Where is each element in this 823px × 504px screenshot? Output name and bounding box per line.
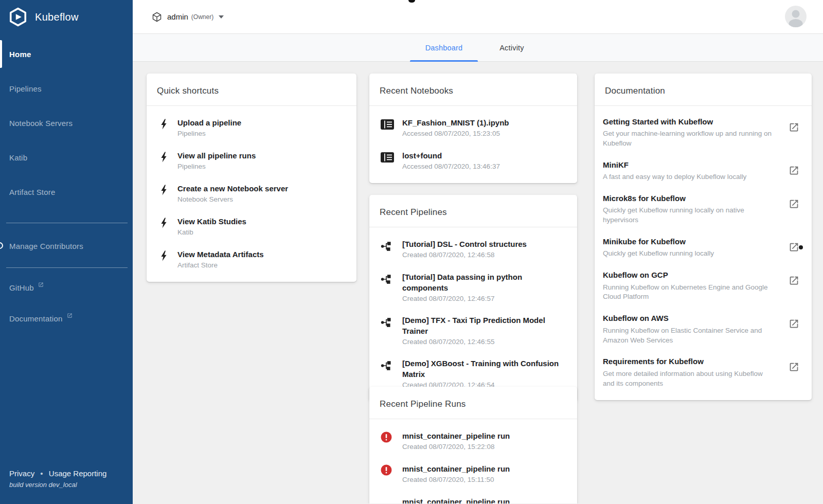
shortcut-view-metadata-artifacts[interactable]: View Metadata Artifacts Artifact Store <box>147 243 356 276</box>
doc-link-gcp[interactable]: Kubeflow on GCP Running Kubeflow on Kube… <box>595 264 812 308</box>
open-in-new-icon <box>789 275 799 286</box>
flash-icon <box>158 250 170 261</box>
sidebar-item-katib[interactable]: Katib <box>0 140 133 175</box>
recent-pipeline-runs-card: Recent Pipeline Runs mnist_container_pip… <box>369 387 577 503</box>
doc-description: A fast and easy way to deploy Kubeflow l… <box>603 172 773 182</box>
pipeline-created: Created 08/07/2020, 12:46:55 <box>402 338 567 346</box>
sidebar-item-notebook-servers[interactable]: Notebook Servers <box>0 106 133 140</box>
doc-description: Get your machine-learning workflow up an… <box>603 129 773 149</box>
kubeflow-logo-icon <box>8 7 28 27</box>
pipeline-run-item[interactable]: mnist_container_pipeline run Created 08/… <box>369 424 577 457</box>
run-title: mnist_container_pipeline run <box>402 430 510 441</box>
pipeline-icon <box>381 241 393 252</box>
doc-title: Getting Started with Kubeflow <box>603 117 773 127</box>
run-created: Created 08/07/2020, 15:22:08 <box>402 443 510 451</box>
pipeline-run-item[interactable]: mnist_container_pipeline run <box>369 490 577 503</box>
doc-link-requirements[interactable]: Requirements for Kubeflow Get more detai… <box>595 351 812 394</box>
run-created: Created 08/07/2020, 15:11:50 <box>402 476 510 483</box>
recent-pipelines-card: Recent Pipelines [Tutorial] DSL - Contro… <box>369 195 577 401</box>
shortcut-title: Create a new Notebook server <box>177 183 288 194</box>
pipeline-item[interactable]: [Tutorial] DSL - Control structures Crea… <box>369 232 577 265</box>
sidebar-divider <box>6 267 128 268</box>
flash-icon <box>158 118 170 130</box>
open-in-new-icon <box>789 122 799 133</box>
main-area: admin (Owner) Dashboard Activity <box>133 0 823 504</box>
shortcut-subtitle: Artifact Store <box>177 261 264 269</box>
pipeline-title: [Tutorial] DSL - Control structures <box>402 239 527 249</box>
shortcut-upload-pipeline[interactable]: Upload a pipeline Pipelines <box>147 111 356 144</box>
pipeline-item[interactable]: [Tutorial] Data passing in python compon… <box>369 265 577 309</box>
doc-link-microk8s[interactable]: Microk8s for Kubeflow Quickly get Kubefl… <box>595 188 812 231</box>
pipeline-run-item[interactable]: mnist_container_pipeline run Created 08/… <box>369 457 577 490</box>
doc-description: Running Kubeflow on Kubernetes Engine an… <box>603 283 773 302</box>
doc-title: Kubeflow on AWS <box>603 313 773 323</box>
sidebar-item-label: GitHub <box>9 283 34 292</box>
namespace-role: (Owner) <box>191 13 213 21</box>
doc-description: Quickly get Kubeflow running locally on … <box>603 206 773 225</box>
doc-description: Get more detailed information about usin… <box>603 369 773 389</box>
dropdown-caret-icon <box>219 15 224 19</box>
doc-title: Microk8s for Kubeflow <box>603 193 773 204</box>
notebook-item[interactable]: lost+found Accessed 08/07/2020, 13:46:37 <box>369 144 577 177</box>
notebook-accessed: Accessed 08/07/2020, 13:46:37 <box>402 163 500 170</box>
shortcut-title: Upload a pipeline <box>177 117 241 128</box>
doc-title: Kubeflow on GCP <box>603 270 773 280</box>
run-title: mnist_container_pipeline run <box>402 463 510 474</box>
tab-label: Activity <box>499 44 524 52</box>
dashboard-content: Quick shortcuts Upload a pipeline Pipeli… <box>133 62 823 503</box>
run-title: mnist_container_pipeline run <box>402 496 510 503</box>
flash-icon <box>158 184 170 195</box>
doc-link-aws[interactable]: Kubeflow on AWS Running Kubeflow on Elas… <box>595 308 812 351</box>
notebook-icon <box>381 119 395 130</box>
pipeline-icon <box>381 360 393 371</box>
sidebar-item-artifact-store[interactable]: Artifact Store <box>0 175 133 209</box>
sidebar-item-home[interactable]: Home <box>0 37 133 71</box>
doc-title: MiniKF <box>603 160 773 170</box>
sidebar-item-label: Artifact Store <box>9 188 56 196</box>
notebook-title: KF_Fashion_MNIST (1).ipynb <box>402 117 509 128</box>
open-in-new-icon <box>789 199 799 209</box>
pipeline-created: Created 08/07/2020, 12:46:57 <box>402 295 567 302</box>
doc-link-getting-started[interactable]: Getting Started with Kubeflow Get your m… <box>595 111 812 154</box>
shortcut-subtitle: Notebook Servers <box>177 195 288 203</box>
sidebar-item-pipelines[interactable]: Pipelines <box>0 71 133 106</box>
sidebar-brand[interactable]: Kubeflow <box>0 0 133 34</box>
shortcut-subtitle: Katib <box>177 228 246 236</box>
quick-shortcuts-card: Quick shortcuts Upload a pipeline Pipeli… <box>147 74 356 282</box>
tab-activity[interactable]: Activity <box>478 34 546 62</box>
separator-dot: • <box>40 469 43 478</box>
sidebar-item-documentation[interactable]: Documentation <box>0 303 133 334</box>
shortcut-title: View Metadata Artifacts <box>177 249 264 260</box>
notebook-item[interactable]: KF_Fashion_MNIST (1).ipynb Accessed 08/0… <box>369 111 577 144</box>
card-title: Recent Notebooks <box>380 86 567 96</box>
error-status-icon <box>381 464 393 476</box>
doc-link-minikf[interactable]: MiniKF A fast and easy way to deploy Kub… <box>595 154 812 188</box>
shortcut-view-katib-studies[interactable]: View Katib Studies Katib <box>147 210 356 243</box>
namespace-cube-icon <box>152 12 162 22</box>
namespace-selector[interactable]: admin (Owner) <box>152 12 224 22</box>
doc-description: Running Kubeflow on Elastic Container Se… <box>603 326 773 346</box>
privacy-link[interactable]: Privacy <box>9 469 34 478</box>
doc-link-minikube[interactable]: Minikube for Kubeflow Quickly get Kubefl… <box>595 231 812 264</box>
sidebar-item-label: Katib <box>9 153 27 162</box>
pipeline-title: [Tutorial] Data passing in python compon… <box>402 272 567 293</box>
external-link-icon <box>67 313 73 318</box>
sidebar-item-github[interactable]: GitHub <box>0 272 133 303</box>
doc-title: Minikube for Kubeflow <box>603 237 773 247</box>
doc-title: Requirements for Kubeflow <box>603 356 773 367</box>
user-avatar[interactable] <box>785 6 807 27</box>
shortcut-subtitle: Pipelines <box>177 163 256 170</box>
shortcut-create-notebook-server[interactable]: Create a new Notebook server Notebook Se… <box>147 177 356 210</box>
pipeline-item[interactable]: [Demo] TFX - Taxi Tip Prediction Model T… <box>369 309 577 352</box>
open-in-new-icon <box>789 242 799 253</box>
open-in-new-icon <box>789 318 799 329</box>
sidebar-item-manage-contributors[interactable]: Manage Contributors <box>0 229 133 263</box>
open-in-new-icon <box>789 362 799 372</box>
tab-dashboard[interactable]: Dashboard <box>410 34 478 62</box>
open-in-new-icon <box>789 165 799 176</box>
usage-reporting-link[interactable]: Usage Reporting <box>49 469 107 478</box>
sidebar-item-label: Documentation <box>9 314 63 323</box>
documentation-card: Documentation Getting Started with Kubef… <box>595 74 812 400</box>
shortcut-view-pipeline-runs[interactable]: View all pipeline runs Pipelines <box>147 144 356 177</box>
shortcut-title: View all pipeline runs <box>177 150 256 161</box>
